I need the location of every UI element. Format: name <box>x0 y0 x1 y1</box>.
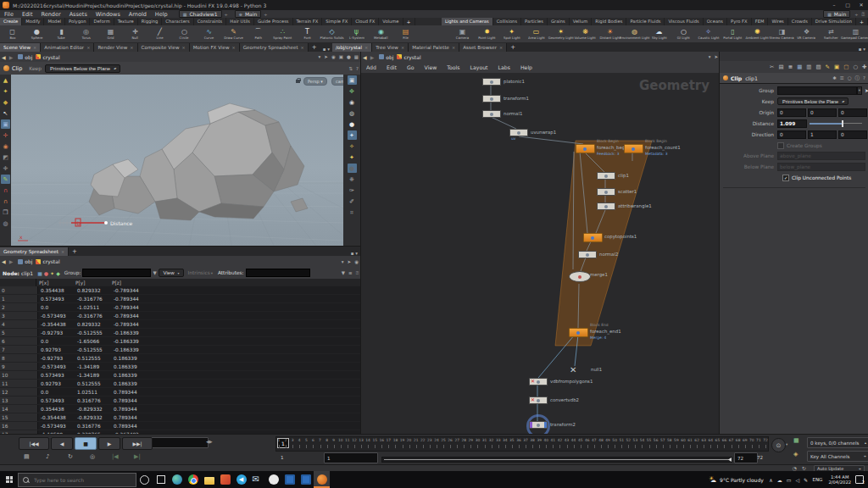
viewport-3d[interactable]: D Distance x Persp ▾ cam1 ▾ <box>11 75 343 246</box>
tray-chevron-icon[interactable]: ∧ <box>769 477 772 483</box>
shelf-tool-gi-light[interactable]: ○GI Light <box>671 25 696 42</box>
group-input[interactable] <box>777 86 857 95</box>
help-badge-icon[interactable]: ⍰ <box>861 11 865 18</box>
table-row[interactable]: 100.573493-1.341890.186339 <box>0 371 360 380</box>
stamp-tool-icon[interactable]: ❒ <box>1 208 10 217</box>
col-py[interactable]: P[y] <box>73 279 109 286</box>
netmenu-view[interactable]: View <box>420 64 442 70</box>
shelf-tool-tube[interactable]: ▮Tube <box>49 25 74 42</box>
sheet-pin-icon[interactable]: ➤ <box>348 259 352 264</box>
info-icon[interactable]: ⓘ <box>855 75 860 81</box>
net-forward-icon[interactable]: ▶ <box>370 54 375 60</box>
net-path-crystal[interactable]: crystal <box>397 54 420 60</box>
direction-y-input[interactable]: 1 <box>808 130 837 139</box>
shelf-new-tab-button[interactable]: + <box>856 18 868 25</box>
dropdown-icon[interactable]: ▾ <box>319 54 321 59</box>
prev-key-icon[interactable]: |◀ <box>112 453 119 460</box>
pane-tab-scene-view[interactable]: Scene View× <box>0 43 41 52</box>
right-desktop-selector[interactable]: ▦ Main <box>823 10 850 18</box>
new-pane-tab-button[interactable]: + <box>507 43 519 52</box>
network-canvas[interactable]: Geometry platonic1transform1normal1uvunw… <box>361 73 720 434</box>
keep-param-button[interactable]: Primitives Below the Plane▴▾ <box>777 97 849 105</box>
distance-slider[interactable] <box>810 120 862 127</box>
close-tab-icon[interactable]: × <box>232 45 236 50</box>
shelf-tab-model[interactable]: Model <box>44 18 65 25</box>
node-transform2[interactable]: transform2 <box>529 421 548 429</box>
shelf-tool-null[interactable]: ✛Null <box>123 25 147 42</box>
pane-tab-geometry-spreadsheet[interactable]: Geometry Spreadsheet× <box>240 43 309 52</box>
shelf-tool-circle[interactable]: ○Circle <box>172 25 197 42</box>
volume-icon[interactable]: ◁ <box>795 477 799 483</box>
node-scatter1[interactable]: scatter1 <box>597 188 615 196</box>
pen-icon[interactable]: ✎ <box>804 477 808 483</box>
menu-file[interactable]: File <box>0 11 18 18</box>
shelf-tool-environment-light[interactable]: ◍Environment Light <box>622 25 647 42</box>
stop-button[interactable]: ■ <box>75 437 97 450</box>
table-row[interactable]: 16-0.5734930.3167760.789344 <box>0 422 360 430</box>
shelf-tool-sphere[interactable]: ●Sphere <box>25 25 49 42</box>
table-row[interactable]: 20.0-1.02511-0.789344 <box>0 303 360 312</box>
pin-icon[interactable]: ➤ <box>324 54 328 59</box>
table-row[interactable]: 140.354438-0.8293320.789344 <box>0 405 360 413</box>
list-icon[interactable]: ≣ <box>788 64 793 70</box>
minimize-button[interactable]: – <box>827 0 841 10</box>
taskbar-clock[interactable]: 1:44 AM2/04/2022 <box>828 474 851 485</box>
light-panel-icon[interactable]: ✦ <box>1 86 10 96</box>
shelf-tool-sky-light[interactable]: ☁Sky Light <box>647 25 671 42</box>
cam1-view-button[interactable]: cam1 ▾ <box>331 77 343 86</box>
shelf-tab-wires[interactable]: Wires <box>768 18 787 25</box>
loop-icon[interactable]: ↻ <box>68 453 73 460</box>
ghost-objects-icon[interactable]: ◍ <box>348 108 357 118</box>
shelf-tab-volume[interactable]: Volume <box>379 18 403 25</box>
shelf-tool-caustic-light[interactable]: ✧Caustic Light <box>696 25 721 42</box>
pane-tab--obj-crystal[interactable]: /obj/crystal× <box>332 43 372 52</box>
sheet-path-crystal[interactable]: crystal <box>36 258 59 264</box>
timeline-ruler[interactable]: 1 12345678910111213141516171819202122232… <box>275 436 769 452</box>
shelf-tab-particle-fluids[interactable]: Particle Fluids <box>626 18 665 25</box>
table-row[interactable]: 9-0.573493-1.341890.186339 <box>0 363 360 371</box>
onedrive-icon[interactable]: ☁ <box>777 477 782 483</box>
shelf-tab-grains[interactable]: Grains <box>548 18 570 25</box>
netmenu-add[interactable]: Add <box>361 64 381 70</box>
camera-view-icon[interactable]: ▣ <box>348 75 357 85</box>
range-slider[interactable] <box>381 457 732 463</box>
cortana-icon[interactable] <box>136 471 153 488</box>
main-take-selector[interactable]: ⊕ Main <box>235 10 262 18</box>
table-row[interactable]: 10.573493-0.316776-0.789344 <box>0 295 360 303</box>
scene-objects-icon[interactable]: ● <box>348 119 357 129</box>
zoom-params-icon[interactable]: ○ <box>848 75 852 80</box>
shelf-tab-terrain-fx[interactable]: Terrain FX <box>293 18 323 25</box>
shelf-tool-draw-curve[interactable]: ✎Draw Curve <box>221 25 246 42</box>
pane-tab-animation-editor[interactable]: Animation Editor× <box>41 43 94 52</box>
attributes-input[interactable] <box>246 269 310 277</box>
prim-filter-icon[interactable]: ✦ <box>50 270 54 276</box>
table-row[interactable]: 15-0.354438-0.8293320.789344 <box>0 413 360 422</box>
menu-arnold[interactable]: Arnold <box>125 11 151 18</box>
globe-icon[interactable]: ◍ <box>1 219 10 228</box>
origin-z-input[interactable]: 0 <box>838 108 867 117</box>
whatsapp-icon[interactable] <box>265 471 281 488</box>
netmenu-edit[interactable]: Edit <box>381 64 402 70</box>
shelf-tool-distant-light[interactable]: ☀Distant Light <box>598 25 622 42</box>
headlight-icon[interactable]: ✦ <box>348 130 357 140</box>
close-tab-icon[interactable]: × <box>86 45 90 50</box>
shelf-tab-drive-simulation[interactable]: Drive Simulation <box>812 18 856 25</box>
below-plane-input[interactable]: below_plane <box>777 163 865 171</box>
search-input[interactable] <box>32 476 129 484</box>
shelf-tab-rigging[interactable]: Rigging <box>138 18 163 25</box>
maximize-button[interactable]: ▢ <box>841 0 854 10</box>
net-path-obj[interactable]: obj <box>379 54 393 60</box>
sheet-path-obj[interactable]: obj <box>18 258 32 264</box>
blue-app2-icon[interactable] <box>298 471 314 488</box>
move-tool-icon[interactable]: ✛ <box>1 130 10 140</box>
shelf-tool-box[interactable]: ◻Box <box>0 25 25 42</box>
table-row[interactable]: 4-0.3544380.829332-0.789344 <box>0 320 360 329</box>
hand-tool-icon[interactable]: ❈ <box>348 175 357 184</box>
go-end-button[interactable]: ▶▶| <box>122 437 153 450</box>
node-normal1[interactable]: normal1 <box>482 110 501 118</box>
close-tab-icon[interactable]: × <box>181 45 185 50</box>
shelf-tab-fem[interactable]: FEM <box>752 18 769 25</box>
close-tab-icon[interactable]: × <box>452 45 455 50</box>
pane-tab-asset-browser[interactable]: Asset Browser× <box>459 43 507 52</box>
view-mode-button[interactable]: View▾ <box>159 269 184 277</box>
